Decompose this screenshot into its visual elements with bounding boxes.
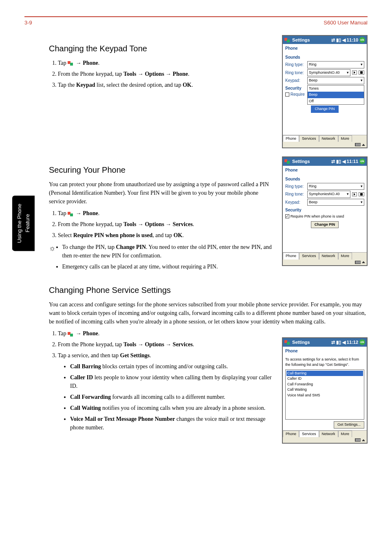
shot3-tabs: Phone Services Network More — [283, 430, 367, 438]
ok-bold: OK — [183, 82, 192, 88]
tip-block: ☼ To change the PIN, tap Change PIN. You… — [49, 243, 274, 273]
tab-phone[interactable]: Phone — [283, 135, 299, 142]
stop-button[interactable] — [359, 192, 364, 196]
cf-name: Call Forwarding — [70, 394, 111, 400]
tab-services[interactable]: Services — [299, 253, 319, 260]
keyboard-icon[interactable] — [355, 438, 361, 442]
tab-phone[interactable]: Phone — [283, 431, 299, 438]
list-item-call-barring[interactable]: Call Barring — [286, 371, 363, 376]
play-button[interactable] — [352, 70, 357, 75]
text: Tap — [58, 60, 68, 66]
get-settings-button[interactable]: Get Settings... — [334, 421, 364, 429]
change-pin-button[interactable]: Change PIN — [311, 221, 339, 229]
tab-services[interactable]: Services — [299, 135, 319, 142]
stop-button[interactable] — [359, 70, 364, 75]
section1-steps: Tap → Phone. From the Phone keypad, tap … — [58, 59, 274, 89]
cw-name: Call Waiting — [70, 405, 101, 411]
text: Tap a service, and then tap — [58, 352, 120, 358]
list-item-call-forwarding[interactable]: Call Forwarding — [286, 382, 363, 387]
keypad-select[interactable]: Beep▾ — [307, 77, 364, 84]
tools-bold: Tools — [123, 341, 136, 347]
require-pin-checkbox[interactable] — [285, 214, 289, 218]
shot2-footer — [283, 260, 367, 265]
section2-steps: Tap → Phone. From the Phone keypad, tap … — [58, 209, 274, 240]
ring-type-select[interactable]: Ring▾ — [307, 183, 364, 190]
ok-button[interactable]: ok — [359, 37, 365, 43]
text: Tap the — [58, 82, 76, 88]
keypad-label: Keypad: — [285, 199, 306, 205]
start-icon — [68, 211, 74, 217]
text: list, select the desired option, and tap — [95, 82, 183, 88]
page-header: 3-9 S600 User Manual — [24, 19, 368, 27]
up-arrow-icon[interactable] — [362, 439, 365, 441]
tab-more[interactable]: More — [338, 431, 352, 438]
ring-type-value: Ring — [309, 184, 317, 189]
change-pin-button-hidden[interactable]: Change PIN — [311, 106, 338, 113]
signal-icon[interactable]: ▮▯ — [336, 158, 341, 165]
option-tones[interactable]: Tones — [308, 86, 364, 92]
side-tab-line1: Using the Phone — [16, 204, 22, 243]
ring-tone-select[interactable]: SymphoniesNO.40▾ — [307, 69, 350, 77]
services-bold: Services — [173, 221, 193, 227]
text: . — [193, 341, 194, 347]
service-call-forwarding: Call Forwarding forwards all incoming ca… — [70, 393, 274, 401]
text: From the Phone keypad, tap — [58, 221, 123, 227]
ok-button[interactable]: ok — [359, 158, 365, 164]
tab-network[interactable]: Network — [319, 253, 338, 260]
up-arrow-icon[interactable] — [362, 261, 365, 263]
connectivity-icon[interactable]: ⇄ — [331, 37, 335, 44]
tab-services[interactable]: Services — [299, 431, 319, 438]
list-item-caller-id[interactable]: Caller ID — [286, 376, 363, 382]
tab-more[interactable]: More — [338, 253, 352, 260]
signal-icon[interactable]: ▮▯ — [336, 339, 341, 346]
volume-icon[interactable]: ◀ — [342, 37, 346, 44]
section3-step3: Tap a service, and then tap Get Settings… — [58, 351, 274, 432]
require-checkbox[interactable] — [285, 92, 289, 97]
keyboard-icon[interactable] — [355, 261, 361, 264]
up-arrow-icon[interactable] — [362, 144, 365, 146]
play-button[interactable] — [352, 192, 357, 196]
services-bold: Services — [173, 341, 193, 347]
tab-phone[interactable]: Phone — [283, 253, 299, 260]
stop-icon — [360, 71, 363, 74]
start-icon[interactable] — [284, 158, 291, 164]
text: → — [136, 221, 145, 227]
shot3-titlebar: Settings ⇄ ▮▯ ◀ 11:12 ok — [283, 338, 367, 347]
ring-tone-select[interactable]: SymphoniesNO.40▾ — [307, 191, 350, 198]
screenshot-2: Settings ⇄ ▮▯ ◀ 11:11 ok Phone Sounds Ri… — [282, 156, 368, 266]
option-off[interactable]: Off — [308, 98, 364, 105]
list-item-call-waiting[interactable]: Call Waiting — [286, 387, 363, 393]
section1-title: Changing the Keypad Tone — [49, 42, 274, 55]
keypad-select[interactable]: Beep▾ — [307, 199, 364, 206]
start-icon[interactable] — [284, 339, 291, 345]
tab-network[interactable]: Network — [319, 431, 338, 438]
tab-more[interactable]: More — [338, 135, 352, 142]
volume-icon[interactable]: ◀ — [342, 339, 346, 346]
text: Select — [58, 232, 73, 238]
keyboard-icon[interactable] — [355, 143, 361, 146]
connectivity-icon[interactable]: ⇄ — [331, 158, 335, 165]
manual-title: S600 User Manual — [324, 19, 368, 27]
list-item-voice-mail-sms[interactable]: Voice Mail and SMS — [286, 393, 363, 398]
require-pin-bold: Require PIN when phone is used — [73, 232, 153, 238]
signal-icon[interactable]: ▮▯ — [336, 37, 341, 44]
screenshot-1: Settings ⇄ ▮▯ ◀ 11:10 ok Phone Sounds Ri… — [282, 35, 368, 149]
shot1-time: 11:10 — [347, 37, 358, 44]
shot1-tabs: Phone Services Network More — [283, 135, 367, 142]
tab-network[interactable]: Network — [319, 135, 338, 142]
keypad-dropdown-open[interactable]: Tones Beep Off — [307, 85, 364, 105]
services-listbox[interactable]: Call Barring Caller ID Call Forwarding C… — [285, 369, 364, 420]
ok-button[interactable]: ok — [359, 339, 365, 345]
text: , and tap — [152, 232, 173, 238]
volume-icon[interactable]: ◀ — [342, 158, 346, 165]
tools-bold: Tools — [123, 221, 136, 227]
text: → — [164, 341, 173, 347]
connectivity-icon[interactable]: ⇄ — [331, 339, 335, 346]
tools-bold: Tools — [123, 71, 136, 77]
text: To change the PIN, tap — [62, 244, 116, 250]
start-icon[interactable] — [284, 37, 291, 43]
ring-tone-value: SymphoniesNO.40 — [309, 191, 340, 197]
text: . — [150, 352, 151, 358]
option-beep[interactable]: Beep — [308, 92, 364, 98]
ring-type-select[interactable]: Ring▾ — [307, 61, 364, 68]
